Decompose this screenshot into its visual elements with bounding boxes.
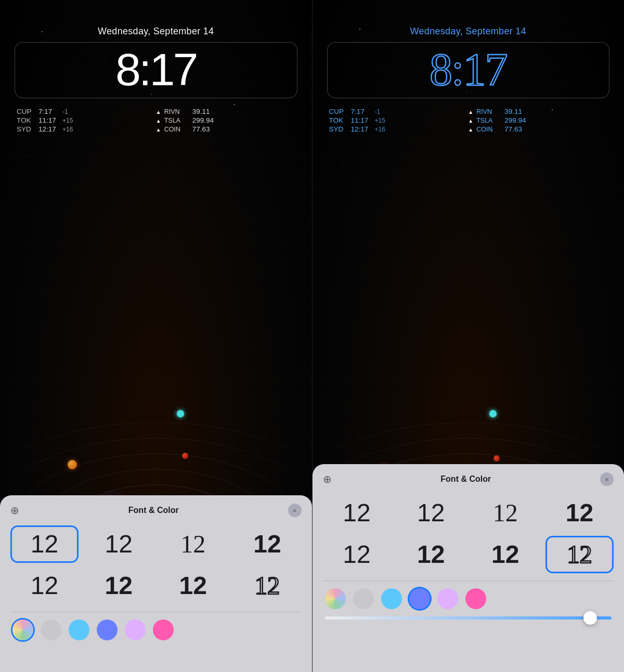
font-color-sheet: ⊕ Font & Color × 12 12 12 12 12 12 [0, 495, 312, 672]
color-blue[interactable] [97, 620, 118, 640]
star [344, 161, 344, 162]
wc-stock-name: COIN [164, 126, 189, 133]
sheet-title: Font & Color [440, 475, 491, 484]
font-option-4[interactable]: 12 [545, 494, 614, 532]
close-button[interactable]: × [288, 504, 302, 517]
color-pink[interactable] [153, 620, 174, 640]
font-option-6[interactable]: 12 [397, 536, 465, 573]
font-option-4[interactable]: 12 [233, 525, 302, 563]
font-option-6[interactable]: 12 [85, 567, 153, 604]
wc-time: 12:17 [38, 125, 58, 133]
wc-stock-name: TSLA [476, 117, 501, 124]
font-option-3[interactable]: 12 [471, 494, 539, 532]
color-lavender[interactable] [437, 588, 458, 609]
star [26, 156, 27, 156]
slider-thumb[interactable] [583, 611, 597, 625]
font-preview: 12 [343, 542, 370, 567]
wc-stock-row: ▲ COIN 77.63 [468, 125, 607, 133]
color-lavender[interactable] [125, 620, 146, 640]
font-preview: 12 [105, 573, 133, 598]
font-preview: 12 [105, 532, 133, 557]
wc-stock-row: ▲ TSLA 299.94 [156, 116, 295, 124]
wc-city: TOK [17, 116, 34, 124]
font-preview: 12 [31, 573, 58, 598]
globe-icon[interactable]: ⊕ [10, 504, 19, 517]
wc-stock-row: ▲ TSLA 299.94 [468, 116, 607, 124]
wc-stock-name: RIVN [164, 108, 189, 115]
clock-box: 8:17 [15, 42, 297, 98]
wc-left-col: CUP 7:17 -1 TOK 11:17 +15 SYD 12:17 +16 [17, 108, 156, 133]
wc-stock-price: 77.63 [504, 125, 522, 133]
color-cyan[interactable] [381, 588, 402, 609]
color-blue[interactable] [409, 588, 430, 609]
wc-row: CUP 7:17 -1 [329, 108, 469, 115]
color-rainbow[interactable] [325, 588, 346, 609]
clock-hours: 8 [430, 47, 451, 93]
color-pink[interactable] [465, 588, 486, 609]
sheet-title: Font & Color [128, 506, 179, 515]
font-grid: 12 12 12 12 12 12 12 12 [10, 525, 302, 604]
font-preview: 12 [417, 500, 445, 525]
font-option-7[interactable]: 12 [159, 567, 227, 604]
font-preview: 12 [255, 573, 280, 598]
font-color-sheet: ⊕ Font & Color × 12 12 12 12 12 12 [313, 464, 625, 672]
wc-row: SYD 12:17 +16 [329, 125, 469, 133]
wc-diff: +16 [62, 126, 77, 133]
color-picker-row [10, 620, 302, 640]
globe-icon[interactable]: ⊕ [323, 473, 332, 485]
font-preview: 12 [491, 542, 519, 567]
wc-left-col: CUP 7:17 -1 TOK 11:17 +15 SYD 12:17 +16 [329, 108, 469, 133]
wc-right-col: ▲ RIVN 39.11 ▲ TSLA 299.94 ▲ COIN 77.63 [156, 108, 295, 133]
wc-city: CUP [17, 108, 34, 115]
sheet-header: ⊕ Font & Color × [10, 504, 302, 517]
font-option-2[interactable]: 12 [397, 494, 465, 532]
planet-red [182, 453, 188, 459]
wc-stock-row: ▲ RIVN 39.11 [468, 108, 607, 115]
wc-diff: -1 [375, 108, 389, 115]
wc-stock-row: ▲ RIVN 39.11 [156, 108, 295, 115]
date-label: Wednesday, September 14 [327, 26, 610, 37]
wc-stock-price: 77.63 [192, 125, 210, 133]
close-button[interactable]: × [600, 472, 614, 486]
wc-diff: -1 [62, 108, 77, 115]
top-content: Wednesday, September 14 8:17 CUP 7:17 -1… [0, 0, 312, 133]
planet-teal [489, 410, 497, 417]
planet-orange [68, 460, 77, 469]
font-preview: 12 [31, 532, 58, 557]
color-gray[interactable] [353, 588, 374, 609]
planet-teal [177, 410, 184, 417]
font-option-8[interactable]: 12 [233, 567, 302, 604]
sheet-header: ⊕ Font & Color × [323, 472, 614, 486]
font-option-8[interactable]: 12 [545, 536, 614, 573]
font-option-5[interactable]: 12 [10, 567, 79, 604]
font-option-2[interactable]: 12 [85, 525, 153, 563]
wc-diff: +15 [62, 117, 77, 124]
font-option-1[interactable]: 12 [323, 494, 391, 532]
font-preview: 12 [417, 542, 445, 567]
font-option-3[interactable]: 12 [159, 525, 227, 563]
top-content: Wednesday, September 14 8 : 17 CUP 7:17 … [313, 0, 625, 133]
wc-stock-price: 39.11 [192, 108, 210, 115]
font-preview: 12 [253, 532, 281, 557]
color-gray[interactable] [41, 620, 61, 640]
color-rainbow[interactable] [12, 620, 33, 640]
font-preview: 12 [179, 573, 206, 598]
brightness-slider[interactable] [323, 616, 614, 620]
world-clock-widget: CUP 7:17 -1 TOK 11:17 +15 SYD 12:17 +16 … [15, 108, 297, 133]
font-preview: 12 [566, 500, 593, 525]
slider-track [325, 616, 612, 620]
wc-right-col: ▲ RIVN 39.11 ▲ TSLA 299.94 ▲ COIN 77.63 [468, 108, 607, 133]
clock-display: 8:17 [25, 47, 287, 93]
date-label: Wednesday, September 14 [15, 26, 297, 37]
wc-row: SYD 12:17 +16 [17, 125, 156, 133]
wc-time: 12:17 [351, 125, 371, 133]
clock-display-outline: 8 : 17 [338, 47, 599, 93]
wc-city: SYD [17, 125, 34, 133]
wc-city: TOK [329, 116, 347, 124]
font-option-1[interactable]: 12 [10, 525, 79, 563]
font-option-5[interactable]: 12 [323, 536, 391, 573]
color-cyan[interactable] [69, 620, 89, 640]
world-clock-widget: CUP 7:17 -1 TOK 11:17 +15 SYD 12:17 +16 … [327, 108, 610, 133]
font-option-7[interactable]: 12 [471, 536, 539, 573]
font-grid: 12 12 12 12 12 12 12 12 [323, 494, 614, 573]
